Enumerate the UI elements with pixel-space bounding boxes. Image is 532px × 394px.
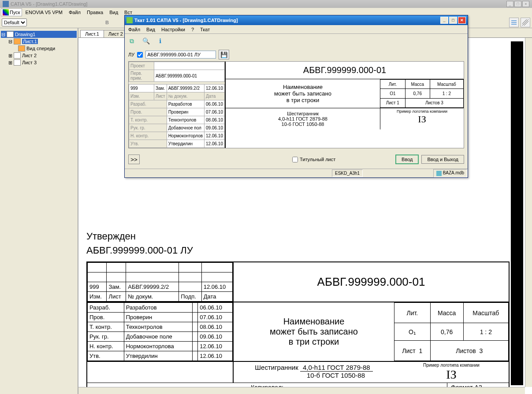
info-icon[interactable]: ℹ	[155, 36, 165, 46]
main-code: АБВГ.999999.000-01	[233, 262, 509, 302]
db-icon	[436, 171, 442, 176]
menu-view[interactable]: Вид	[107, 9, 121, 16]
sheet-icon	[14, 52, 21, 59]
lu-label: ЛУ	[128, 52, 134, 57]
gost-titleblock: 999Зам.АБВГ.99999.2/212.06.10 Изм.Лист№ …	[86, 261, 510, 393]
hatch-tool-1[interactable]	[509, 18, 519, 27]
tree-sheet-1[interactable]: ⊟ Лист.1	[8, 38, 77, 45]
dialog-minimize[interactable]: _	[440, 17, 448, 24]
title-sheet-checkbox[interactable]: Титульный лист	[292, 157, 335, 162]
search-icon[interactable]: 🔍	[141, 36, 151, 46]
dialog-left-table: Проект Перв. прим.АБВГ.999999.000-01 999…	[129, 62, 225, 148]
lu-checkbox[interactable]	[137, 52, 143, 58]
vvod-button[interactable]: Ввод	[395, 155, 419, 164]
dlg-menu-tkat[interactable]: Ткат	[197, 26, 212, 33]
tkat-dialog: Ткат 1.01 CATIA V5 - [Drawing1.CATDrawin…	[124, 15, 468, 178]
dialog-menubar: Файл Вид Настройки ? Ткат	[125, 25, 468, 34]
sheet-icon	[14, 59, 21, 66]
close-button[interactable]: ×	[522, 1, 529, 7]
spec-tree: ⊟ Drawing1 ⊟ Лист.1 Вид спереди ⊞ Лист 2…	[0, 28, 78, 394]
maximize-button[interactable]: □	[514, 1, 521, 7]
scrollbar-horizontal[interactable]	[78, 387, 525, 394]
dlg-code: АБВГ.999999.000-01	[226, 62, 464, 79]
view-icon	[18, 45, 25, 52]
scrollbar-vertical[interactable]	[525, 38, 532, 387]
start-button[interactable]: Пуск	[1, 8, 22, 16]
dlg-menu-help[interactable]: ?	[189, 26, 197, 33]
dialog-close[interactable]: ✕	[458, 17, 466, 24]
status-baza: BAZA.mdb	[433, 169, 467, 177]
lu-input[interactable]	[145, 51, 216, 59]
tab-sheet-1[interactable]: Лист.1	[80, 30, 104, 37]
dlg-menu-view[interactable]: Вид	[144, 26, 158, 33]
minimize-button[interactable]: _	[506, 1, 513, 7]
app-icon	[3, 1, 9, 7]
expand-button[interactable]: >>	[128, 155, 140, 164]
code-lu: АБВГ.999999.000-01 ЛУ	[86, 245, 519, 256]
drawing-icon	[7, 31, 14, 37]
toolbar-b: B	[105, 20, 109, 25]
start-icon	[3, 9, 9, 15]
menu-file[interactable]: Файл	[66, 9, 83, 16]
tree-sheet-2[interactable]: ⊞ Лист 2	[8, 52, 77, 59]
menu-edit[interactable]: Правка	[84, 9, 106, 16]
dlg-menu-settings[interactable]: Настройки	[159, 26, 188, 33]
tree-view-front[interactable]: Вид спереди	[18, 45, 77, 52]
dialog-toolbar: ⧉ 🔍 ℹ	[125, 34, 468, 48]
dialog-icon	[126, 17, 133, 23]
dialog-maximize[interactable]: □	[449, 17, 457, 24]
default-combo[interactable]: Default	[2, 18, 27, 26]
sheet-icon	[14, 38, 21, 44]
dialog-statusbar: ESKD_A3h1 BAZA.mdb	[125, 169, 468, 177]
dlg-menu-file[interactable]: Файл	[126, 26, 143, 33]
approved-label: Утвержден	[86, 231, 519, 242]
tree-root[interactable]: ⊟ Drawing1	[1, 31, 77, 38]
status-eskd: ESKD_A3h1	[332, 169, 363, 177]
copy-icon[interactable]: ⧉	[126, 36, 137, 46]
main-titlebar: CATIA V5 - [Drawing1.CATDrawing] _ □ ×	[0, 0, 532, 8]
vvod-exit-button[interactable]: Ввод и Выход	[421, 155, 464, 164]
dialog-titlebar[interactable]: Ткат 1.01 CATIA V5 - [Drawing1.CATDrawin…	[125, 15, 468, 25]
menu-enovia[interactable]: ENOVIA V5 VPM	[23, 9, 65, 16]
main-title-text: CATIA V5 - [Drawing1.CATDrawing]	[11, 1, 87, 7]
tree-sheet-3[interactable]: ⊞ Лист 3	[8, 59, 77, 66]
hatch-tool-2[interactable]	[521, 18, 530, 27]
save-icon-button[interactable]: 💾	[219, 50, 229, 59]
sheet-edge	[511, 41, 523, 385]
dialog-right-panel: АБВГ.999999.000-01 Наименование может бы…	[225, 62, 464, 148]
